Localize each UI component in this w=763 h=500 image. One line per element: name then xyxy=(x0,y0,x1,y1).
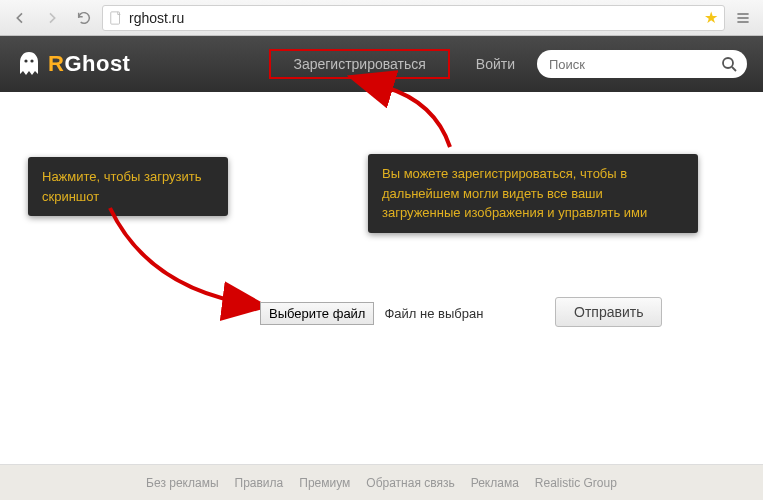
svg-point-5 xyxy=(30,59,33,62)
footer-link-ads[interactable]: Реклама xyxy=(471,476,519,490)
page-icon xyxy=(109,11,123,25)
url-text: rghost.ru xyxy=(129,10,698,26)
address-bar[interactable]: rghost.ru ★ xyxy=(102,5,725,31)
svg-point-4 xyxy=(24,59,27,62)
register-link[interactable]: Зарегистрироваться xyxy=(293,56,425,72)
login-link[interactable]: Войти xyxy=(476,56,515,72)
svg-point-6 xyxy=(723,58,733,68)
page-body: Нажмите, чтобы загрузить скриншот Вы мож… xyxy=(0,92,763,464)
svg-line-7 xyxy=(732,67,736,71)
site-header: RGhost Зарегистрироваться Войти xyxy=(0,36,763,92)
reload-button[interactable] xyxy=(70,5,98,31)
no-file-label: Файл не выбран xyxy=(384,306,483,321)
footer: Без рекламы Правила Премиум Обратная свя… xyxy=(0,464,763,500)
svg-rect-3 xyxy=(737,21,748,23)
file-upload-row: Выберите файл Файл не выбран xyxy=(260,302,483,325)
choose-file-button[interactable]: Выберите файл xyxy=(260,302,374,325)
footer-link-feedback[interactable]: Обратная связь xyxy=(366,476,454,490)
bookmark-star-icon[interactable]: ★ xyxy=(704,8,718,27)
submit-button[interactable]: Отправить xyxy=(555,297,662,327)
svg-rect-1 xyxy=(737,13,748,15)
annotation-register-tip: Вы можете зарегистрироваться, чтобы в да… xyxy=(368,154,698,233)
back-button[interactable] xyxy=(6,5,34,31)
forward-button[interactable] xyxy=(38,5,66,31)
footer-link-rules[interactable]: Правила xyxy=(235,476,284,490)
search-box[interactable] xyxy=(537,50,747,78)
svg-rect-2 xyxy=(737,17,748,19)
site-logo[interactable]: RGhost xyxy=(16,50,130,78)
search-input[interactable] xyxy=(549,57,721,72)
chrome-menu-button[interactable] xyxy=(729,5,757,31)
register-link-highlight: Зарегистрироваться xyxy=(269,49,449,79)
footer-link-premium[interactable]: Премиум xyxy=(299,476,350,490)
logo-text: RGhost xyxy=(48,51,130,77)
ghost-icon xyxy=(16,50,42,78)
browser-toolbar: rghost.ru ★ xyxy=(0,0,763,36)
footer-link-rg[interactable]: Realistic Group xyxy=(535,476,617,490)
search-icon[interactable] xyxy=(721,56,737,72)
annotation-upload-tip: Нажмите, чтобы загрузить скриншот xyxy=(28,157,228,216)
footer-link-noads[interactable]: Без рекламы xyxy=(146,476,218,490)
